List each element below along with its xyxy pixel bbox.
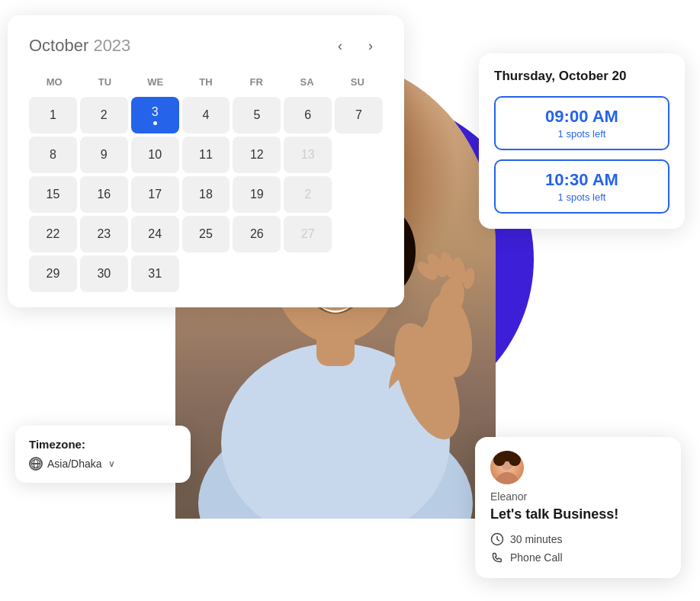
scene: October 2023 ‹ › MO TU WE TH FR SA SU 1 … — [0, 0, 700, 601]
day-23[interactable]: 23 — [80, 216, 128, 252]
day-24[interactable]: 24 — [131, 216, 179, 252]
day-header-fr: FR — [231, 73, 281, 91]
meeting-type-text: Phone Call — [510, 551, 563, 564]
chevron-down-icon: ∨ — [108, 458, 115, 469]
day-29[interactable]: 29 — [29, 256, 77, 292]
calendar-month: October — [29, 36, 88, 55]
calendar-nav: ‹ › — [328, 34, 383, 58]
day-2[interactable]: 2 — [80, 97, 128, 133]
day-9[interactable]: 9 — [80, 137, 128, 173]
day-5[interactable]: 5 — [233, 97, 281, 133]
day-4[interactable]: 4 — [182, 97, 230, 133]
day-13[interactable]: 13 — [284, 137, 332, 173]
calendar-title: October 2023 — [29, 36, 130, 56]
svg-point-24 — [493, 454, 506, 466]
svg-point-17 — [31, 459, 40, 468]
days-grid: 1 2 3 4 5 6 7 8 9 10 11 12 13 15 16 17 1… — [29, 97, 383, 292]
day-empty-2 — [335, 176, 383, 213]
next-month-button[interactable]: › — [358, 34, 383, 58]
day-empty-6 — [284, 256, 332, 292]
day-header-tu: TU — [79, 73, 130, 91]
time-slot-1-spots: 1 spots left — [508, 128, 656, 140]
globe-icon — [29, 457, 43, 471]
meeting-type-row: Phone Call — [490, 551, 666, 564]
svg-point-20 — [495, 472, 519, 484]
prev-month-button[interactable]: ‹ — [328, 34, 352, 58]
day-empty-3 — [335, 216, 383, 252]
day-header-th: TH — [181, 73, 231, 91]
day-7[interactable]: 7 — [335, 97, 383, 133]
day-26[interactable]: 26 — [233, 216, 281, 252]
day-30[interactable]: 30 — [80, 256, 128, 292]
timezone-text: Asia/Dhaka — [47, 458, 102, 470]
day-6[interactable]: 6 — [284, 97, 332, 133]
time-slot-2-spots: 1 spots left — [508, 191, 656, 203]
host-avatar — [490, 451, 524, 484]
time-slot-1[interactable]: 09:00 AM 1 spots left — [494, 96, 669, 150]
day-empty-5 — [233, 256, 281, 292]
meeting-meta: 30 minutes Phone Call — [490, 532, 666, 564]
day-empty-4 — [182, 256, 230, 292]
timezone-card: Timezone: Asia/Dhaka ∨ — [15, 426, 191, 483]
day-22[interactable]: 22 — [29, 216, 77, 252]
day-header-su: SU — [332, 73, 383, 91]
day-headers: MO TU WE TH FR SA SU — [29, 73, 383, 91]
meeting-duration-row: 30 minutes — [490, 532, 666, 546]
day-12[interactable]: 12 — [233, 137, 281, 173]
day-15[interactable]: 15 — [29, 176, 77, 213]
calendar-header: October 2023 ‹ › — [29, 34, 383, 58]
timezone-value[interactable]: Asia/Dhaka ∨ — [29, 457, 177, 471]
day-3-selected[interactable]: 3 — [131, 97, 179, 133]
day-11[interactable]: 11 — [182, 137, 230, 173]
day-empty-7 — [335, 256, 383, 292]
day-20-partial[interactable]: 2 — [284, 176, 332, 213]
day-header-sa: SA — [281, 73, 332, 91]
day-31[interactable]: 31 — [131, 256, 179, 292]
timezone-label: Timezone: — [29, 438, 177, 451]
calendar-card: October 2023 ‹ › MO TU WE TH FR SA SU 1 … — [8, 15, 404, 307]
phone-icon — [490, 551, 504, 564]
day-18[interactable]: 18 — [182, 176, 230, 213]
day-25[interactable]: 25 — [182, 216, 230, 252]
calendar-year: 2023 — [93, 36, 130, 55]
day-8[interactable]: 8 — [29, 137, 77, 173]
day-1[interactable]: 1 — [29, 97, 77, 133]
time-slot-2-time: 10:30 AM — [508, 170, 656, 190]
calendar-grid: MO TU WE TH FR SA SU 1 2 3 4 5 6 7 8 9 1 — [29, 73, 383, 292]
meeting-card: Eleanor Let's talk Business! 30 minutes — [475, 437, 681, 578]
day-19[interactable]: 19 — [233, 176, 281, 213]
time-slot-1-time: 09:00 AM — [508, 107, 656, 127]
clock-icon — [490, 532, 504, 546]
time-card-date: Thursday, October 20 — [494, 69, 669, 84]
time-slot-2[interactable]: 10:30 AM 1 spots left — [494, 159, 669, 214]
day-27-partial[interactable]: 27 — [284, 216, 332, 252]
day-empty-1 — [335, 137, 383, 173]
meeting-title: Let's talk Business! — [490, 506, 666, 523]
svg-point-25 — [509, 454, 521, 466]
day-header-we: WE — [130, 73, 181, 91]
day-16[interactable]: 16 — [80, 176, 128, 213]
meeting-duration-text: 30 minutes — [510, 533, 562, 545]
svg-point-18 — [34, 459, 37, 468]
host-name: Eleanor — [490, 490, 666, 503]
day-10[interactable]: 10 — [131, 137, 179, 173]
time-slots-card: Thursday, October 20 09:00 AM 1 spots le… — [479, 53, 685, 229]
day-header-mo: MO — [29, 73, 79, 91]
day-17[interactable]: 17 — [131, 176, 179, 213]
